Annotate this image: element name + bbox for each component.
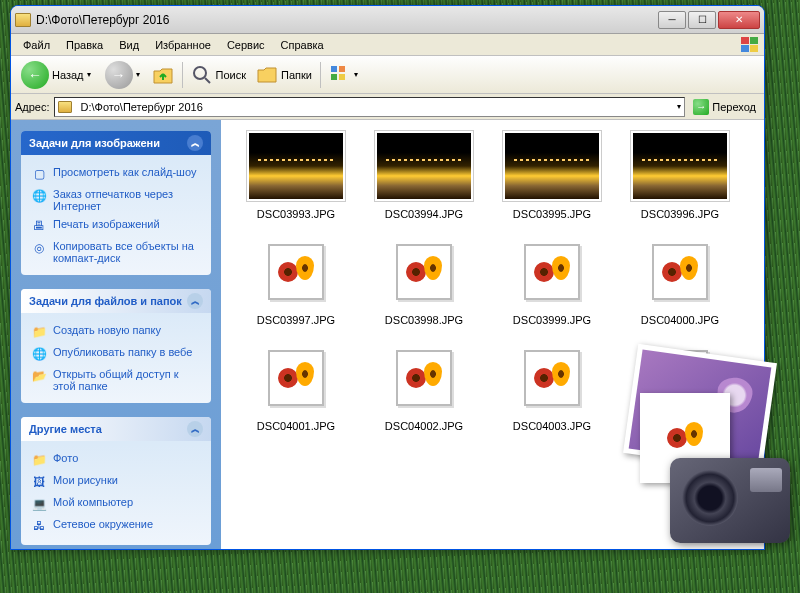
thumbnail-frame (374, 130, 474, 202)
titlebar[interactable]: D:\Фото\Петербург 2016 ─ ☐ ✕ (11, 6, 764, 34)
file-item[interactable]: DSC03994.JPG (365, 130, 483, 220)
placeholder-image-icon (278, 360, 314, 396)
panel-header-image-tasks[interactable]: Задачи для изображени ︽ (21, 131, 211, 155)
address-input[interactable]: D:\Фото\Петербург 2016 ▾ (54, 97, 686, 117)
file-item[interactable]: DSC03997.JPG (237, 236, 355, 326)
placeholder-image-icon (662, 254, 698, 290)
file-name: DSC03997.JPG (257, 314, 335, 326)
menu-view[interactable]: Вид (111, 37, 147, 53)
back-label: Назад (52, 69, 84, 81)
svg-line-5 (205, 78, 210, 83)
task-share[interactable]: 📂Открыть общий доступ к этой папке (31, 365, 201, 395)
task-label: Фото (53, 452, 78, 464)
folders-label: Папки (281, 69, 312, 81)
placeholder-image-icon (662, 360, 698, 396)
file-item[interactable]: DSC03999.JPG (493, 236, 611, 326)
folders-button[interactable]: Папки (254, 62, 314, 88)
placeholder-image-icon (406, 254, 442, 290)
minimize-button[interactable]: ─ (658, 11, 686, 29)
panel-other-places: Другие места ︽ 📁Фото 🖼Мои рисунки 💻Мой к… (21, 417, 211, 545)
file-name: DSC03996.JPG (641, 208, 719, 220)
task-order-prints[interactable]: 🌐Заказ отпечатков через Интернет (31, 185, 201, 215)
go-label: Переход (712, 101, 756, 113)
search-label: Поиск (216, 69, 246, 81)
close-button[interactable]: ✕ (718, 11, 760, 29)
place-photo[interactable]: 📁Фото (31, 449, 201, 471)
tasks-sidebar: Задачи для изображени ︽ ▢Просмотреть как… (11, 120, 221, 549)
menu-file[interactable]: Файл (15, 37, 58, 53)
folders-icon (256, 64, 278, 86)
thumbnail-grid: DSC03993.JPGDSC03994.JPGDSC03995.JPGDSC0… (237, 130, 758, 432)
globe-icon: 🌐 (31, 188, 47, 204)
thumbnail-frame (652, 350, 708, 406)
place-my-pictures[interactable]: 🖼Мои рисунки (31, 471, 201, 493)
thumbnail-frame (524, 244, 580, 300)
back-button[interactable]: ← Назад ▾ (17, 59, 95, 91)
task-label: Опубликовать папку в вебе (53, 346, 192, 358)
chevron-up-icon: ︽ (187, 135, 203, 151)
svg-rect-8 (331, 74, 337, 80)
dropdown-arrow-icon[interactable]: ▾ (677, 102, 681, 111)
svg-rect-7 (339, 66, 345, 72)
forward-button[interactable]: → ▾ (101, 59, 144, 91)
computer-icon: 💻 (31, 496, 47, 512)
chevron-up-icon: ︽ (187, 293, 203, 309)
file-item[interactable]: DSC04004.JPG (621, 342, 739, 432)
file-item[interactable]: DSC04000.JPG (621, 236, 739, 326)
toolbar: ← Назад ▾ → ▾ Поиск Папки ▾ (11, 56, 764, 94)
task-label: Мой компьютер (53, 496, 133, 508)
task-publish[interactable]: 🌐Опубликовать папку в вебе (31, 343, 201, 365)
task-label: Заказ отпечатков через Интернет (53, 188, 201, 212)
panel-title: Задачи для файлов и папок (29, 295, 182, 307)
folder-icon (15, 13, 31, 27)
file-item[interactable]: DSC03993.JPG (237, 130, 355, 220)
menu-edit[interactable]: Правка (58, 37, 111, 53)
place-network[interactable]: 🖧Сетевое окружение (31, 515, 201, 537)
address-label: Адрес: (15, 101, 50, 113)
thumbnail-frame (652, 244, 708, 300)
panel-image-tasks: Задачи для изображени ︽ ▢Просмотреть как… (21, 131, 211, 275)
search-button[interactable]: Поиск (189, 62, 248, 88)
thumbnail-frame (268, 244, 324, 300)
file-name: DSC03998.JPG (385, 314, 463, 326)
file-name: DSC04004.JPG (641, 420, 719, 432)
file-item[interactable]: DSC03996.JPG (621, 130, 739, 220)
task-new-folder[interactable]: 📁Создать новую папку (31, 321, 201, 343)
file-item[interactable]: DSC03998.JPG (365, 236, 483, 326)
share-icon: 📂 (31, 368, 47, 384)
placeholder-image-icon (534, 254, 570, 290)
menu-tools[interactable]: Сервис (219, 37, 273, 53)
printer-icon: 🖶 (31, 218, 47, 234)
place-my-computer[interactable]: 💻Мой компьютер (31, 493, 201, 515)
panel-header-places[interactable]: Другие места ︽ (21, 417, 211, 441)
window-title: D:\Фото\Петербург 2016 (36, 13, 658, 27)
file-name: DSC03999.JPG (513, 314, 591, 326)
panel-header-file-tasks[interactable]: Задачи для файлов и папок ︽ (21, 289, 211, 313)
task-copy-cd[interactable]: ◎Копировать все объекты на компакт-диск (31, 237, 201, 267)
up-button[interactable] (150, 62, 176, 88)
task-print[interactable]: 🖶Печать изображений (31, 215, 201, 237)
file-view[interactable]: DSC03993.JPGDSC03994.JPGDSC03995.JPGDSC0… (221, 120, 764, 549)
thumbnail-frame (630, 130, 730, 202)
task-label: Мои рисунки (53, 474, 118, 486)
chevron-up-icon: ︽ (187, 421, 203, 437)
file-item[interactable]: DSC04003.JPG (493, 342, 611, 432)
address-value: D:\Фото\Петербург 2016 (81, 101, 674, 113)
thumbnail-frame (246, 130, 346, 202)
menu-help[interactable]: Справка (273, 37, 332, 53)
file-name: DSC03994.JPG (385, 208, 463, 220)
go-button[interactable]: → Переход (689, 98, 760, 116)
task-label: Открыть общий доступ к этой папке (53, 368, 201, 392)
svg-rect-0 (741, 37, 749, 44)
svg-rect-3 (750, 45, 758, 52)
file-name: DSC04003.JPG (513, 420, 591, 432)
maximize-button[interactable]: ☐ (688, 11, 716, 29)
file-item[interactable]: DSC04001.JPG (237, 342, 355, 432)
views-button[interactable]: ▾ (327, 62, 360, 88)
menu-favorites[interactable]: Избранное (147, 37, 219, 53)
task-slideshow[interactable]: ▢Просмотреть как слайд-шоу (31, 163, 201, 185)
file-item[interactable]: DSC04002.JPG (365, 342, 483, 432)
file-item[interactable]: DSC03995.JPG (493, 130, 611, 220)
folder-up-icon (152, 64, 174, 86)
photo-thumbnail (505, 133, 599, 199)
